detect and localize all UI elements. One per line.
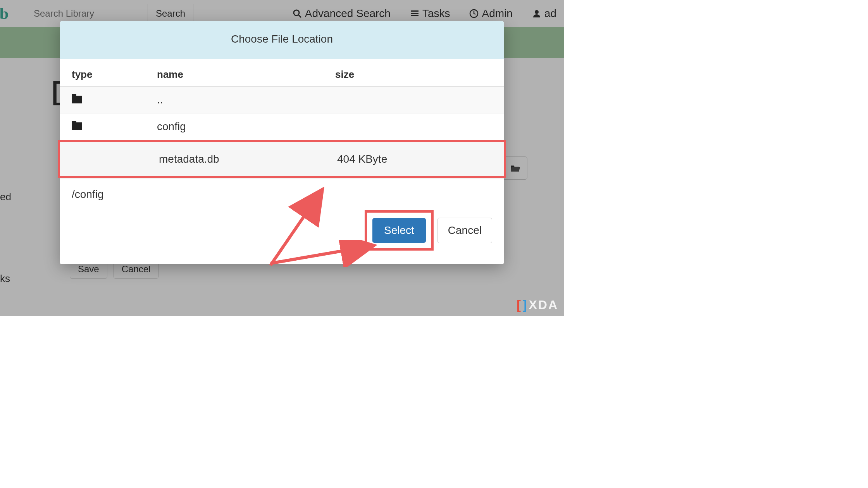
tasks-label: Tasks <box>422 7 450 20</box>
svg-rect-4 <box>411 15 418 16</box>
folder-icon <box>72 96 82 103</box>
tasks-icon <box>410 9 419 18</box>
watermark-bracket-right: ] <box>523 298 528 312</box>
folder-icon <box>72 122 82 130</box>
file-row-config[interactable]: config <box>60 113 504 140</box>
modal-footer: /config Select Cancel <box>60 178 504 264</box>
nav-links: Advanced Search Tasks Admin ad <box>293 7 564 20</box>
app-logo: eb <box>0 4 9 23</box>
admin-label: Admin <box>482 7 512 20</box>
modal-body: type name size .. config metadata.db 404… <box>60 59 504 178</box>
watermark-text: XDA <box>529 298 558 312</box>
watermark: []XDA <box>517 298 558 312</box>
select-button[interactable]: Select <box>372 218 426 243</box>
col-name: name <box>157 69 335 81</box>
file-row-parent[interactable]: .. <box>60 87 504 113</box>
search-icon <box>293 9 302 18</box>
svg-line-1 <box>298 15 301 17</box>
modal-title: Choose File Location <box>60 21 504 59</box>
file-name-config: config <box>157 120 335 133</box>
search-input[interactable] <box>28 4 148 23</box>
advanced-search-link[interactable]: Advanced Search <box>293 7 391 20</box>
search-button[interactable]: Search <box>148 4 193 23</box>
user-menu[interactable]: ad <box>532 7 556 20</box>
footer-buttons: Select Cancel <box>72 210 492 251</box>
svg-point-6 <box>535 10 539 14</box>
file-location-modal: Choose File Location type name size .. c… <box>60 21 504 264</box>
svg-point-0 <box>294 10 299 15</box>
col-size: size <box>335 69 492 81</box>
user-label: ad <box>544 7 556 20</box>
admin-link[interactable]: Admin <box>469 7 512 20</box>
watermark-bracket-left: [ <box>517 298 522 312</box>
file-name-parent: .. <box>157 94 335 106</box>
search-group: Search <box>28 4 193 23</box>
browse-button[interactable] <box>502 156 527 180</box>
svg-rect-3 <box>411 13 418 14</box>
select-annotation-box: Select <box>365 210 434 251</box>
clock-icon <box>469 9 479 18</box>
col-type: type <box>72 69 157 81</box>
modal-cancel-button[interactable]: Cancel <box>437 218 492 243</box>
file-row-metadata[interactable]: metadata.db 404 KByte <box>58 140 506 178</box>
svg-rect-2 <box>411 10 418 12</box>
user-icon <box>532 9 541 18</box>
file-size-metadata: 404 KByte <box>337 153 490 165</box>
file-name-metadata: metadata.db <box>159 153 337 165</box>
folder-open-icon <box>510 164 520 172</box>
advanced-search-label: Advanced Search <box>305 7 391 20</box>
current-path: /config <box>72 188 492 201</box>
file-table-header: type name size <box>60 59 504 87</box>
tasks-link[interactable]: Tasks <box>410 7 450 20</box>
